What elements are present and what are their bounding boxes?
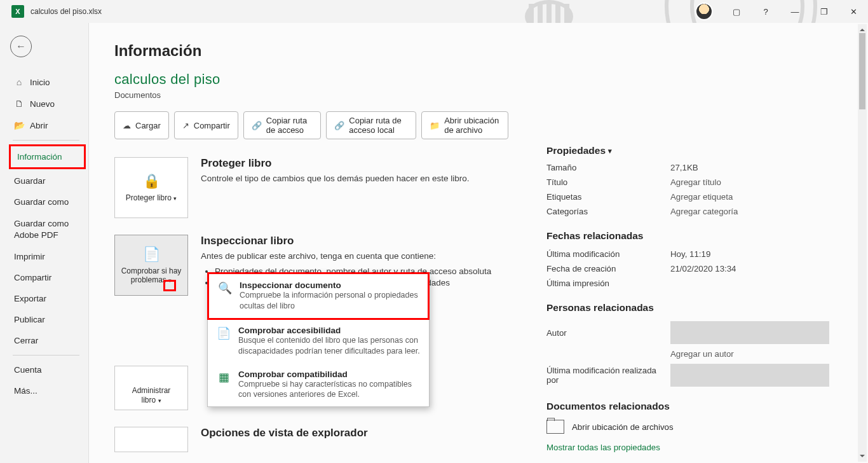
explorer-section: Opciones de vista de explorador bbox=[114, 427, 508, 452]
nav-account[interactable]: Cuenta bbox=[0, 359, 88, 380]
prop-value-size: 27,1KB bbox=[670, 163, 698, 172]
protect-book-button[interactable]: 🔒 Proteger libro ▾ bbox=[114, 157, 188, 218]
maximize-icon[interactable]: ❐ bbox=[810, 0, 839, 23]
accessibility-icon: 📄 bbox=[217, 326, 231, 340]
ribbon-display-icon[interactable]: ▢ bbox=[722, 0, 751, 23]
prop-label-categories: Categorías bbox=[546, 207, 670, 216]
content: Información calculos del piso Documentos… bbox=[89, 23, 868, 463]
nav-close[interactable]: Cerrar bbox=[0, 330, 88, 351]
lastmodby-redacted bbox=[670, 364, 829, 387]
titlebar: X calculos del piso.xlsx ▢ ? — ❐ ✕ bbox=[0, 0, 868, 23]
check-issues-button[interactable]: 📄 Comprobar si hayproblemas ▾ bbox=[114, 235, 188, 296]
upload-button[interactable]: ☁Cargar bbox=[114, 111, 169, 139]
lock-icon: 🔒 bbox=[143, 173, 160, 190]
open-icon: 📂 bbox=[14, 120, 24, 130]
chevron-down-icon: ▾ bbox=[608, 147, 612, 155]
nav-info[interactable]: Información bbox=[9, 144, 86, 169]
excel-app-icon: X bbox=[11, 5, 24, 18]
inspect-title: Inspeccionar libro bbox=[201, 235, 491, 247]
add-author[interactable]: Agregar un autor bbox=[670, 349, 734, 359]
prop-value-tags[interactable]: Agregar etiqueta bbox=[670, 192, 733, 202]
prop-label-created: Fecha de creación bbox=[546, 264, 670, 273]
protect-section: 🔒 Proteger libro ▾ Proteger libro Contro… bbox=[114, 157, 508, 218]
people-header: Personas relacionadas bbox=[546, 302, 853, 314]
nav-new[interactable]: 🗋Nuevo bbox=[0, 93, 88, 114]
cloud-upload-icon: ☁ bbox=[123, 121, 131, 130]
back-button[interactable] bbox=[10, 36, 32, 57]
properties-header[interactable]: Propiedades▾ bbox=[546, 145, 853, 156]
protect-title: Proteger libro bbox=[201, 157, 470, 170]
show-all-properties[interactable]: Mostrar todas las propiedades bbox=[546, 443, 853, 452]
prop-label-printed: Última impresión bbox=[546, 279, 670, 288]
dates-header: Fechas relacionadas bbox=[546, 230, 853, 242]
author-redacted bbox=[670, 321, 829, 344]
nav-save[interactable]: Guardar bbox=[0, 170, 88, 191]
prop-label-modified: Última modificación bbox=[546, 249, 670, 259]
filename: calculos del piso.xlsx bbox=[31, 7, 102, 16]
home-icon: ⌂ bbox=[14, 77, 24, 87]
backstage-sidebar: ⌂Inicio 🗋Nuevo 📂Abrir Información Guarda… bbox=[0, 23, 89, 463]
prop-label-tags: Etiquetas bbox=[546, 192, 670, 202]
document-check-icon: 📄 bbox=[143, 246, 160, 263]
explorer-title: Opciones de vista de explorador bbox=[201, 427, 368, 439]
reldocs-header: Documentos relacionados bbox=[546, 401, 853, 412]
menu-check-accessibility[interactable]: 📄 Comprobar accesibilidadBusque el conte… bbox=[208, 319, 429, 363]
document-title: calculos del piso bbox=[114, 71, 508, 88]
chevron-down-icon: ▾ bbox=[173, 195, 177, 202]
properties-panel: Propiedades▾ Tamaño27,1KB TítuloAgregar … bbox=[546, 42, 853, 463]
nav-home[interactable]: ⌂Inicio bbox=[0, 71, 88, 93]
inspect-desc: Antes de publicar este archivo, tenga en… bbox=[201, 250, 491, 263]
copy-local-path-button[interactable]: 🔗Copiar ruta de acceso local bbox=[326, 111, 416, 139]
close-icon[interactable]: ✕ bbox=[839, 0, 868, 23]
nav-publish[interactable]: Publicar bbox=[0, 309, 88, 330]
minimize-icon[interactable]: — bbox=[780, 0, 810, 23]
chevron-down-icon: ▾ bbox=[158, 397, 161, 404]
scroll-thumb[interactable] bbox=[859, 33, 865, 109]
open-file-location[interactable]: Abrir ubicación de archivos bbox=[546, 420, 853, 434]
nav-print[interactable]: Imprimir bbox=[0, 246, 88, 267]
prop-label-size: Tamaño bbox=[546, 163, 670, 172]
folder-icon bbox=[546, 420, 564, 434]
menu-inspect-document[interactable]: 🔍 Inspeccionar documentoCompruebe la inf… bbox=[207, 272, 430, 320]
new-icon: 🗋 bbox=[14, 99, 24, 109]
menu-check-compatibility[interactable]: ▦ Comprobar compatibilidadCompruebe si h… bbox=[208, 363, 429, 407]
check-issues-menu: 🔍 Inspeccionar documentoCompruebe la inf… bbox=[207, 272, 430, 407]
nav-export[interactable]: Exportar bbox=[0, 288, 88, 309]
help-icon[interactable]: ? bbox=[751, 0, 780, 23]
explorer-options-button[interactable] bbox=[114, 427, 188, 452]
manage-book-button[interactable]: Administrarlibro ▾ bbox=[114, 366, 188, 410]
prop-label-author: Autor bbox=[546, 328, 670, 338]
protect-desc: Controle el tipo de cambios que los demá… bbox=[201, 172, 470, 185]
folder-icon: 📁 bbox=[430, 121, 440, 130]
document-search-icon: 🔍 bbox=[218, 280, 232, 295]
highlight-marker bbox=[163, 280, 176, 291]
link-icon: 🔗 bbox=[252, 121, 262, 130]
document-location: Documentos bbox=[114, 90, 508, 100]
nav-saveaspdf[interactable]: Guardar como Adobe PDF bbox=[0, 212, 88, 246]
compatibility-icon: ▦ bbox=[217, 370, 231, 384]
nav-saveas[interactable]: Guardar como bbox=[0, 191, 88, 212]
open-location-button[interactable]: 📁Abrir ubicación de archivo bbox=[421, 111, 508, 139]
link-icon: 🔗 bbox=[334, 121, 344, 130]
nav-more[interactable]: Más... bbox=[0, 380, 88, 401]
nav-share[interactable]: Compartir bbox=[0, 267, 88, 288]
nav-open[interactable]: 📂Abrir bbox=[0, 114, 88, 136]
prop-value-modified: Hoy, 11:19 bbox=[670, 249, 710, 259]
prop-label-lastmodby: Última modificación realizada por bbox=[546, 366, 670, 385]
share-icon: ↗ bbox=[182, 121, 189, 130]
prop-label-title: Título bbox=[546, 177, 670, 187]
action-row: ☁Cargar ↗Compartir 🔗Copiar ruta de acces… bbox=[114, 111, 508, 139]
page-title: Información bbox=[114, 42, 508, 60]
copy-path-button[interactable]: 🔗Copiar ruta de acceso bbox=[243, 111, 321, 139]
share-button[interactable]: ↗Compartir bbox=[174, 111, 238, 139]
user-avatar[interactable] bbox=[695, 3, 713, 20]
prop-value-title[interactable]: Agregar título bbox=[670, 177, 721, 187]
scrollbar[interactable] bbox=[858, 24, 867, 462]
prop-value-created: 21/02/2020 13:34 bbox=[670, 264, 736, 273]
prop-value-categories[interactable]: Agregar categoría bbox=[670, 207, 738, 216]
